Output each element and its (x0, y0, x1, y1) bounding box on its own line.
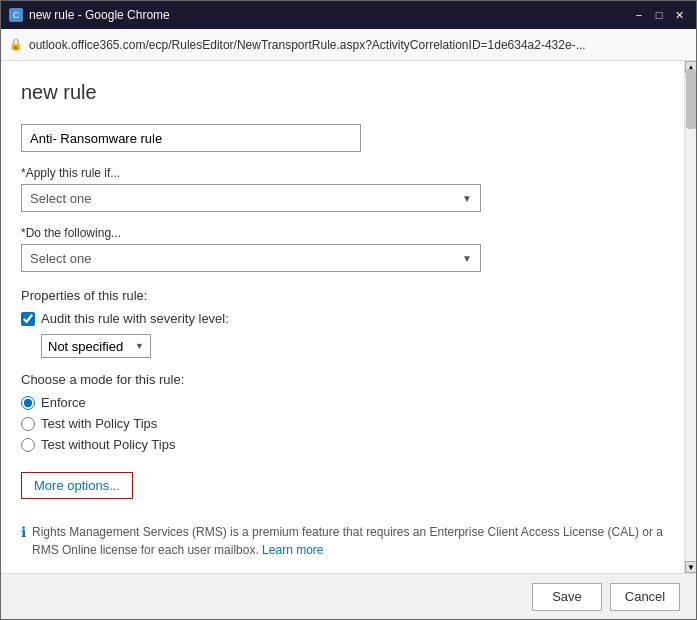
page-title: new rule (21, 81, 664, 104)
mode-policy-tips-label: Test with Policy Tips (41, 416, 157, 431)
info-icon: ℹ (21, 524, 26, 540)
scrollbar-thumb[interactable] (686, 69, 696, 129)
do-following-dropdown[interactable]: Select one ▼ (21, 244, 481, 272)
more-options-button[interactable]: More options... (21, 472, 133, 499)
cancel-button[interactable]: Cancel (610, 583, 680, 611)
do-following-value: Select one (30, 251, 91, 266)
scrollbar[interactable]: ▲ ▼ (684, 61, 696, 573)
footer: Save Cancel (1, 573, 696, 619)
apply-rule-label: *Apply this rule if... (21, 166, 664, 180)
do-following-arrow: ▼ (462, 253, 472, 264)
close-button[interactable]: ✕ (670, 6, 688, 24)
address-bar: 🔒 outlook.office365.com/ecp/RulesEditor/… (1, 29, 696, 61)
learn-more-link[interactable]: Learn more (262, 543, 323, 557)
minimize-button[interactable]: − (630, 6, 648, 24)
do-following-label: *Do the following... (21, 226, 664, 240)
apply-rule-value: Select one (30, 191, 91, 206)
main-content: new rule *Apply this rule if... Select o… (1, 61, 684, 573)
mode-policy-tips-radio[interactable] (21, 417, 35, 431)
rule-name-section (21, 124, 664, 152)
info-bar: ℹ Rights Management Services (RMS) is a … (21, 513, 664, 569)
save-button[interactable]: Save (532, 583, 602, 611)
title-bar: C new rule - Google Chrome − □ ✕ (1, 1, 696, 29)
apply-rule-arrow: ▼ (462, 193, 472, 204)
properties-section: Properties of this rule: Audit this rule… (21, 288, 664, 358)
apply-rule-section: *Apply this rule if... Select one ▼ (21, 166, 664, 212)
audit-checkbox[interactable] (21, 312, 35, 326)
lock-icon: 🔒 (9, 38, 23, 51)
properties-title: Properties of this rule: (21, 288, 664, 303)
mode-enforce-label: Enforce (41, 395, 86, 410)
scrollbar-down-button[interactable]: ▼ (685, 561, 696, 573)
browser-icon: C (9, 8, 23, 22)
apply-rule-dropdown[interactable]: Select one ▼ (21, 184, 481, 212)
maximize-button[interactable]: □ (650, 6, 668, 24)
severity-value: Not specified (48, 339, 123, 354)
audit-checkbox-label: Audit this rule with severity level: (41, 311, 229, 326)
mode-no-policy-tips-row: Test without Policy Tips (21, 437, 664, 452)
do-following-section: *Do the following... Select one ▼ (21, 226, 664, 272)
mode-no-policy-tips-label: Test without Policy Tips (41, 437, 175, 452)
mode-title: Choose a mode for this rule: (21, 372, 664, 387)
mode-enforce-row: Enforce (21, 395, 664, 410)
mode-enforce-radio[interactable] (21, 396, 35, 410)
url-text[interactable]: outlook.office365.com/ecp/RulesEditor/Ne… (29, 38, 586, 52)
info-text: Rights Management Services (RMS) is a pr… (32, 523, 664, 559)
audit-checkbox-row: Audit this rule with severity level: (21, 311, 664, 326)
mode-section: Choose a mode for this rule: Enforce Tes… (21, 372, 664, 452)
severity-dropdown[interactable]: Not specified ▼ (41, 334, 664, 358)
rule-name-input[interactable] (21, 124, 361, 152)
window-title: new rule - Google Chrome (29, 8, 170, 22)
mode-policy-tips-row: Test with Policy Tips (21, 416, 664, 431)
severity-arrow: ▼ (135, 341, 144, 351)
mode-no-policy-tips-radio[interactable] (21, 438, 35, 452)
